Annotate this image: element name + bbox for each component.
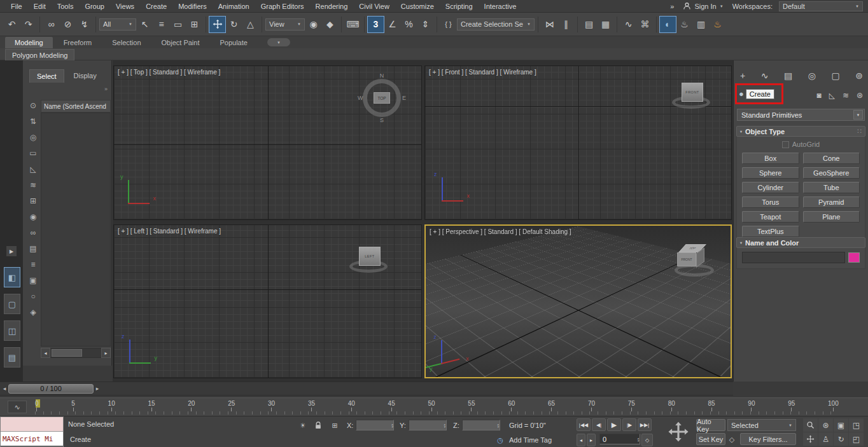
spacewarps-category-icon[interactable]: ≋ xyxy=(843,91,849,100)
frame-forward-icon[interactable]: ▸ xyxy=(94,385,101,392)
absolute-offset-toggle-icon[interactable]: ⊞ xyxy=(328,419,341,432)
x-coordinate-input[interactable]: ▴▾ xyxy=(356,420,394,430)
keyframe-icon[interactable]: ◇ xyxy=(726,433,738,446)
tab-populate[interactable]: Populate xyxy=(210,37,256,48)
object-type-rollout-header[interactable]: ▾ Object Type ∷ xyxy=(736,126,865,137)
select-by-name-icon[interactable]: ≡ xyxy=(153,17,169,32)
key-step-back-icon[interactable]: ◂ xyxy=(577,434,585,446)
named-selection-set-combo[interactable]: Create Selection Se ▼ xyxy=(457,18,535,31)
explorer-filter-icon[interactable]: ◎ xyxy=(30,133,36,142)
bind-spacewarp-icon[interactable]: ↯ xyxy=(76,17,92,32)
mirror-icon[interactable]: ⋈ xyxy=(542,17,557,32)
angle-snap-icon[interactable]: ∠ xyxy=(384,17,400,32)
viewport-layout-tab[interactable]: ◫ xyxy=(4,320,20,341)
view-compass[interactable]: N W E S TOP xyxy=(358,74,406,122)
menu-animation[interactable]: Animation xyxy=(213,1,255,12)
tube-button[interactable]: Tube xyxy=(803,182,860,193)
schematic-view-icon[interactable]: ⌘ xyxy=(637,17,653,32)
y-coordinate-input[interactable]: ▴▾ xyxy=(409,420,447,430)
select-rotate-icon[interactable]: ↻ xyxy=(226,17,242,32)
key-step-forward-icon[interactable]: ▸ xyxy=(587,434,596,446)
tab-create[interactable]: + xyxy=(740,71,745,81)
key-filters-button[interactable]: Key Filters... xyxy=(740,433,796,445)
explorer-filter-icon[interactable]: ⊞ xyxy=(30,196,36,205)
textplus-button[interactable]: TextPlus xyxy=(742,226,799,237)
systems-category-icon[interactable]: ⊛ xyxy=(857,91,863,100)
listener-pane[interactable]: MAXScript Mi xyxy=(1,432,63,446)
previous-frame-button[interactable]: ◀| xyxy=(592,418,606,431)
explorer-filter-icon[interactable]: ◉ xyxy=(30,212,36,221)
time-slider[interactable]: ◂ 0 / 100 ▸ xyxy=(0,382,733,395)
zoom-all-icon[interactable]: ⊛ xyxy=(818,418,833,432)
viewcube-face[interactable]: FRONT xyxy=(682,83,703,102)
tab-modify[interactable]: ∿ xyxy=(761,71,769,81)
maxscript-mini-listener[interactable]: MAXScript Mi xyxy=(0,416,64,447)
menu-customize[interactable]: Customize xyxy=(395,1,440,12)
select-manipulate-icon[interactable]: ◆ xyxy=(322,17,338,32)
selection-lock-icon[interactable] xyxy=(312,419,325,432)
geometry-category-icon[interactable]: ● xyxy=(739,89,744,99)
cameras-category-icon[interactable]: ◙ xyxy=(816,91,821,100)
ribbon-overflow-button[interactable]: ▼ xyxy=(267,38,290,46)
menu-group[interactable]: Group xyxy=(79,1,110,12)
undo-icon[interactable]: ↶ xyxy=(4,17,20,32)
plane-button[interactable]: Plane xyxy=(803,211,860,223)
viewport-left[interactable]: [ + ] [ Left ] [ Standard ] [ Wireframe … xyxy=(113,224,422,378)
tab-motion[interactable]: ◎ xyxy=(808,71,816,81)
menu-overflow-icon[interactable]: » xyxy=(670,3,674,10)
viewport-top[interactable]: [ + ] [ Top ] [ Standard ] [ Wireframe ]… xyxy=(113,65,422,220)
explorer-filter-icon[interactable]: ○ xyxy=(31,292,35,301)
sphere-button[interactable]: Sphere xyxy=(742,167,799,179)
menu-edit[interactable]: Edit xyxy=(28,1,52,12)
menu-tools[interactable]: Tools xyxy=(52,1,80,12)
menu-views[interactable]: Views xyxy=(110,1,140,12)
primitives-dropdown[interactable]: Standard Primitives ▼ xyxy=(737,109,865,121)
next-frame-button[interactable]: |▶ xyxy=(622,418,636,431)
compass-center-face[interactable]: TOP xyxy=(374,92,390,104)
menu-civil-view[interactable]: Civil View xyxy=(353,1,395,12)
name-color-rollout-header[interactable]: ▾ Name and Color xyxy=(736,237,865,248)
render-setup-icon[interactable]: ♨ xyxy=(676,17,692,32)
pan-icon[interactable] xyxy=(803,432,818,446)
menu-modifiers[interactable]: Modifiers xyxy=(172,1,213,12)
selection-region-icon[interactable]: ▭ xyxy=(170,17,186,32)
go-to-end-button[interactable]: ▶▶| xyxy=(638,418,652,431)
explorer-filter-icon[interactable]: ▤ xyxy=(29,244,36,253)
menu-graph-editors[interactable]: Graph Editors xyxy=(255,1,310,12)
key-mode-toggle-icon[interactable]: ◇ xyxy=(641,434,653,446)
viewport-layout-tab[interactable]: ▢ xyxy=(4,294,20,314)
viewport-label[interactable]: [ + ] [ Top ] [ Standard ] [ Wireframe ] xyxy=(118,69,220,76)
teapot-button[interactable]: Teapot xyxy=(742,211,799,223)
spinner-snap-icon[interactable]: ⇕ xyxy=(417,17,433,32)
tab-select[interactable]: Select xyxy=(29,69,64,83)
tab-display[interactable]: ▢ xyxy=(832,71,840,81)
selection-filter-dropdown[interactable]: All ▼ xyxy=(99,18,136,31)
tab-utilities[interactable]: ⊚ xyxy=(855,71,863,81)
explorer-filter-icon[interactable]: ≡ xyxy=(31,260,35,269)
orbit-icon[interactable]: ↻ xyxy=(834,432,848,446)
scrollbar-thumb[interactable] xyxy=(52,349,82,357)
helpers-category-icon[interactable]: ◺ xyxy=(829,91,835,100)
viewcube-face[interactable]: LEFT xyxy=(359,247,381,266)
explorer-filter-icon[interactable]: ◈ xyxy=(30,308,36,317)
scene-explorer-list[interactable] xyxy=(41,113,111,347)
cone-button[interactable]: Cone xyxy=(803,153,860,164)
object-name-input[interactable] xyxy=(742,252,845,263)
sort-icon[interactable]: ⊙ xyxy=(30,101,36,110)
name-column-header[interactable]: Name (Sorted Ascend xyxy=(41,100,111,113)
torus-button[interactable]: Torus xyxy=(742,196,799,208)
cylinder-button[interactable]: Cylinder xyxy=(742,182,799,193)
ribbon-toggle-icon[interactable]: ▦ xyxy=(598,17,613,32)
select-link-icon[interactable]: ∞ xyxy=(43,17,59,32)
explorer-filter-icon[interactable]: ≋ xyxy=(30,181,36,189)
menu-scripting[interactable]: Scripting xyxy=(440,1,479,12)
curve-editor-icon[interactable]: ∿ xyxy=(620,17,636,32)
add-time-tag[interactable]: Add Time Tag xyxy=(509,436,552,444)
play-button[interactable]: ▶ xyxy=(607,418,621,431)
menu-file[interactable]: File xyxy=(5,1,28,12)
viewport-layout-tab[interactable]: ◧ xyxy=(4,267,20,287)
time-tag-clock-icon[interactable]: ◷ xyxy=(494,434,507,446)
viewport-front[interactable]: [ + ] [ Front ] [ Standard ] [ Wireframe… xyxy=(424,65,732,220)
tab-display[interactable]: Display xyxy=(67,69,104,83)
scroll-right-icon[interactable]: ▸ xyxy=(101,348,111,358)
